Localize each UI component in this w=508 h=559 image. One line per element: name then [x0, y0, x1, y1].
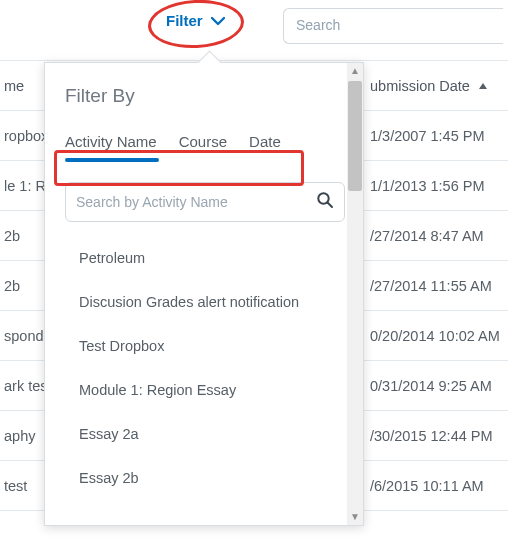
list-item[interactable]: Test Dropbox [65, 324, 345, 368]
list-item[interactable]: Module 1: Region Essay [65, 368, 345, 412]
name-header-label: me [4, 78, 24, 94]
row-date: /27/2014 8:47 AM [370, 228, 508, 244]
filter-popover: Filter By Activity Name Course Date Petr… [44, 62, 364, 526]
row-date: /27/2014 11:55 AM [370, 278, 508, 294]
search-icon[interactable] [316, 191, 334, 213]
date-column-header[interactable]: ubmission Date [370, 78, 508, 94]
sort-asc-icon [478, 78, 488, 94]
activity-search-input[interactable] [76, 194, 316, 210]
row-date: 1/3/2007 1:45 PM [370, 128, 508, 144]
tab-date[interactable]: Date [249, 133, 281, 150]
scroll-up-icon[interactable]: ▲ [347, 63, 363, 79]
row-date: /30/2015 12:44 PM [370, 428, 508, 444]
global-search-input[interactable]: Search [283, 8, 503, 44]
filter-tabs: Activity Name Course Date [65, 133, 345, 164]
row-date: 0/20/2014 10:02 AM [370, 328, 508, 344]
scroll-down-icon[interactable]: ▼ [347, 509, 363, 525]
search-placeholder: Search [296, 17, 340, 33]
active-tab-indicator [65, 158, 159, 162]
list-item[interactable]: Petroleum [65, 236, 345, 280]
row-date: /6/2015 10:11 AM [370, 478, 508, 494]
filter-label: Filter [166, 12, 203, 29]
activity-list: Petroleum Discusion Grades alert notific… [65, 236, 345, 500]
popover-scrollbar[interactable]: ▲ ▼ [347, 63, 363, 525]
filter-button[interactable]: Filter [166, 12, 225, 29]
row-date: 0/31/2014 9:25 AM [370, 378, 508, 394]
filter-title: Filter By [65, 85, 345, 107]
activity-search-field[interactable] [65, 182, 345, 222]
tab-course[interactable]: Course [179, 133, 227, 150]
list-item[interactable]: Essay 2a [65, 412, 345, 456]
date-header-label: ubmission Date [370, 78, 470, 94]
list-item[interactable]: Essay 2b [65, 456, 345, 500]
tab-activity-name[interactable]: Activity Name [65, 133, 157, 150]
row-date: 1/1/2013 1:56 PM [370, 178, 508, 194]
chevron-down-icon [211, 12, 225, 29]
list-item[interactable]: Discusion Grades alert notification [65, 280, 345, 324]
scroll-thumb[interactable] [348, 81, 362, 191]
svg-line-1 [328, 203, 333, 208]
toolbar: Filter Search [0, 6, 508, 46]
